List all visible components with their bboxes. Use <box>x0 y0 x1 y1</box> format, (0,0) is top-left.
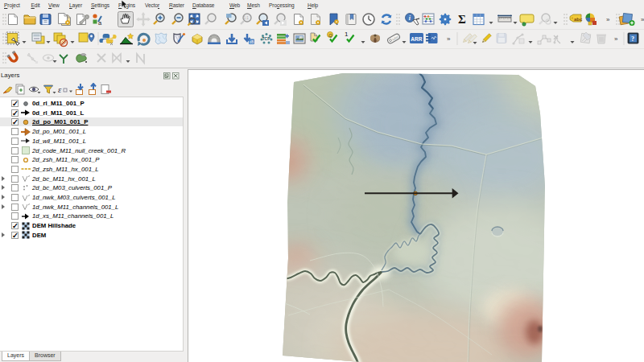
svg-text:a: a <box>98 19 102 27</box>
svg-text:»: » <box>641 16 644 23</box>
svg-text:abc: abc <box>574 17 583 22</box>
svg-text:Σ: Σ <box>458 13 466 26</box>
svg-text:»: » <box>447 35 451 43</box>
svg-text:1: 1 <box>345 31 349 38</box>
svg-text:TCP: TCP <box>262 36 271 41</box>
svg-text:ε: ε <box>58 84 62 94</box>
svg-text:»: » <box>614 35 618 43</box>
svg-text:?: ? <box>631 35 634 43</box>
svg-text:ARR: ARR <box>411 36 422 42</box>
svg-text:1:1: 1:1 <box>244 16 250 20</box>
svg-text:Q: Q <box>328 33 332 38</box>
svg-text:»: » <box>606 16 610 23</box>
svg-text:dB: dB <box>250 40 254 44</box>
